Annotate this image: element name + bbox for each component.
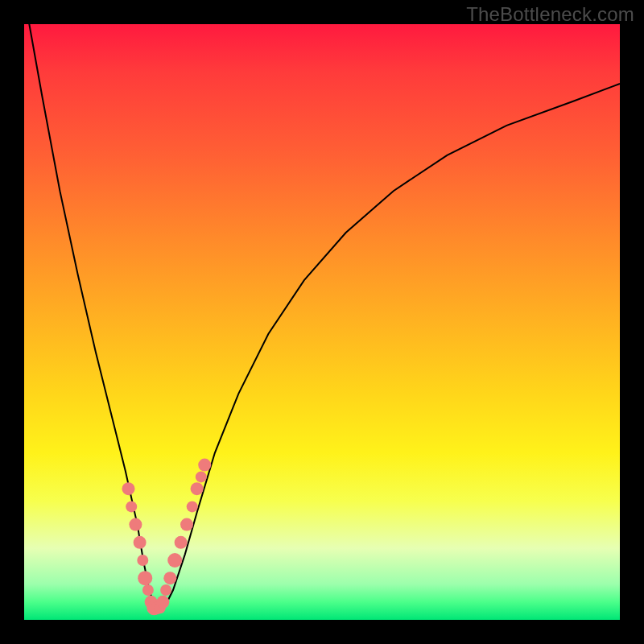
data-point [138, 571, 152, 585]
data-point [160, 584, 171, 596]
data-point [191, 482, 204, 495]
data-point [142, 584, 154, 596]
data-point [163, 572, 176, 584]
data-point [156, 596, 169, 609]
data-point [175, 536, 188, 549]
data-point [180, 518, 193, 531]
highlighted-points-group [122, 459, 212, 616]
data-point [167, 553, 182, 568]
data-point [196, 471, 207, 482]
data-point [187, 501, 198, 512]
data-point [122, 482, 135, 495]
data-point [134, 536, 147, 549]
data-point [137, 555, 148, 566]
plot-area [24, 24, 620, 620]
data-point [198, 459, 211, 472]
chart-svg [24, 24, 620, 620]
watermark-text: TheBottleneck.com [466, 3, 634, 26]
bottleneck-curve [27, 12, 620, 608]
data-point [129, 518, 142, 531]
data-point [126, 501, 137, 512]
chart-frame: TheBottleneck.com [0, 0, 644, 644]
